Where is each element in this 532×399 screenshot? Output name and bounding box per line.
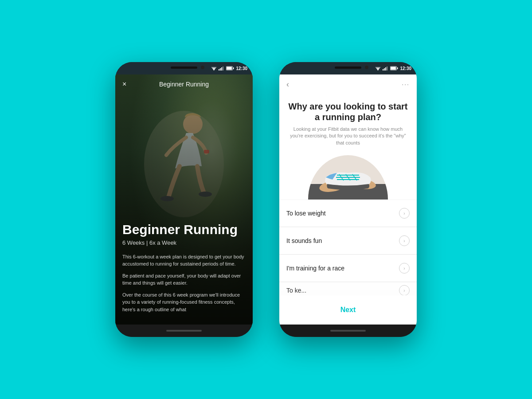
left-status-bar: 12:30 bbox=[115, 62, 253, 74]
signal-icon bbox=[219, 66, 224, 70]
close-button[interactable]: × bbox=[122, 80, 126, 88]
options-list: To lose weight › It sounds fun › I'm tra… bbox=[279, 200, 417, 295]
svg-point-19 bbox=[378, 70, 379, 70]
description-2: Be patient and pace yourself, your body … bbox=[122, 272, 246, 287]
option-partial[interactable]: To ke... › bbox=[279, 282, 417, 295]
chevron-icon-2: › bbox=[399, 235, 410, 246]
back-button[interactable]: ‹ bbox=[286, 80, 297, 89]
shoe-image-area bbox=[279, 146, 417, 200]
right-phone: 12:30 ‹ ··· Why are you looking to start… bbox=[279, 62, 417, 337]
home-indicator bbox=[166, 330, 202, 332]
right-header: ‹ ··· bbox=[279, 74, 417, 94]
camera bbox=[201, 66, 204, 69]
option-partial-label: To ke... bbox=[286, 287, 306, 294]
battery-icon-right bbox=[390, 66, 398, 70]
signal-icon-right bbox=[383, 66, 388, 70]
left-screen-title: Beginner Running bbox=[159, 81, 209, 88]
shoe-image-svg bbox=[306, 151, 390, 200]
right-screen-inner: ‹ ··· Why are you looking to start a run… bbox=[279, 74, 417, 325]
home-indicator-right bbox=[330, 330, 366, 332]
more-options-button[interactable]: ··· bbox=[402, 81, 410, 88]
svg-rect-7 bbox=[223, 66, 223, 70]
wifi-icon-right bbox=[375, 66, 381, 70]
program-meta: 6 Weeks | 6x a Week bbox=[122, 239, 246, 246]
description-3: Over the course of this 6 week program w… bbox=[122, 291, 246, 313]
svg-rect-20 bbox=[383, 69, 383, 70]
svg-rect-25 bbox=[397, 67, 398, 69]
svg-rect-6 bbox=[221, 67, 222, 70]
option-sounds-fun-label: It sounds fun bbox=[286, 237, 322, 244]
right-status-bar: 12:30 bbox=[279, 62, 417, 74]
left-screen: × Beginner Running Beginner Running 6 We… bbox=[115, 74, 253, 325]
option-lose-weight-label: To lose weight bbox=[286, 210, 326, 217]
description-1: This 6-workout a week plan is designed t… bbox=[122, 253, 246, 268]
option-training-race-label: I'm training for a race bbox=[286, 265, 344, 272]
option-sounds-fun[interactable]: It sounds fun › bbox=[279, 227, 417, 254]
question-area: Why are you looking to start a running p… bbox=[279, 94, 417, 146]
question-subtitle: Looking at your Fitbit data we can know … bbox=[286, 126, 410, 146]
svg-rect-9 bbox=[233, 67, 234, 69]
right-screen: ‹ ··· Why are you looking to start a run… bbox=[279, 74, 417, 325]
left-time: 12:30 bbox=[236, 66, 247, 71]
next-button-area: Next bbox=[279, 295, 417, 325]
svg-rect-23 bbox=[387, 66, 387, 70]
right-time: 12:30 bbox=[400, 66, 411, 71]
svg-rect-21 bbox=[384, 68, 385, 70]
camera-right bbox=[365, 66, 368, 69]
svg-rect-22 bbox=[385, 67, 386, 70]
chevron-icon-1: › bbox=[399, 208, 410, 219]
question-title: Why are you looking to start a running p… bbox=[286, 101, 410, 122]
left-phone: 12:30 bbox=[115, 62, 253, 337]
chevron-icon-3: › bbox=[399, 263, 410, 274]
svg-rect-26 bbox=[391, 67, 396, 70]
svg-rect-4 bbox=[219, 69, 219, 70]
left-header: × Beginner Running bbox=[115, 74, 253, 94]
option-lose-weight[interactable]: To lose weight › bbox=[279, 200, 417, 227]
right-phone-bottom bbox=[279, 325, 417, 337]
left-screen-inner: × Beginner Running Beginner Running 6 We… bbox=[115, 74, 253, 325]
svg-rect-10 bbox=[227, 67, 232, 70]
option-training-race[interactable]: I'm training for a race › bbox=[279, 255, 417, 282]
main-title: Beginner Running bbox=[122, 222, 246, 237]
left-phone-bottom bbox=[115, 325, 253, 337]
wifi-icon bbox=[211, 66, 217, 70]
speaker-right bbox=[335, 66, 361, 69]
speaker bbox=[171, 66, 197, 69]
left-status-icons: 12:30 bbox=[211, 66, 247, 71]
battery-icon bbox=[226, 66, 234, 70]
svg-point-3 bbox=[214, 70, 215, 70]
right-status-icons: 12:30 bbox=[375, 66, 411, 71]
chevron-icon-4: › bbox=[399, 285, 410, 295]
left-content: Beginner Running 6 Weeks | 6x a Week Thi… bbox=[115, 215, 253, 325]
next-button[interactable]: Next bbox=[290, 301, 406, 319]
svg-rect-5 bbox=[220, 68, 221, 70]
